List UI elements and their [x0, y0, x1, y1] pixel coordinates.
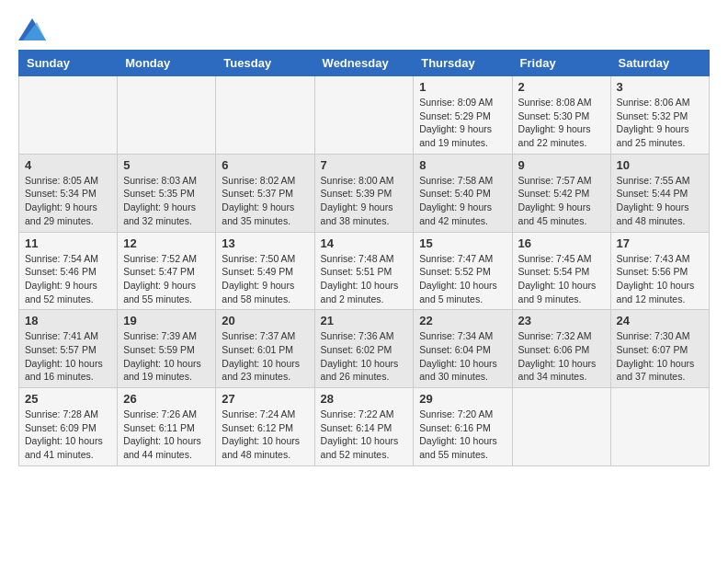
day-info: Sunrise: 8:09 AM Sunset: 5:29 PM Dayligh…: [419, 96, 506, 150]
day-number: 5: [123, 158, 210, 172]
day-cell: [512, 388, 610, 466]
day-number: 21: [321, 314, 408, 327]
day-cell: 23Sunrise: 7:32 AM Sunset: 6:06 PM Dayli…: [512, 310, 610, 388]
day-number: 15: [419, 236, 506, 250]
day-info: Sunrise: 7:36 AM Sunset: 6:02 PM Dayligh…: [321, 329, 408, 384]
week-row-2: 4Sunrise: 8:05 AM Sunset: 5:34 PM Daylig…: [19, 154, 710, 232]
day-cell: [314, 76, 414, 155]
day-cell: 27Sunrise: 7:24 AM Sunset: 6:12 PM Dayli…: [216, 388, 314, 466]
day-info: Sunrise: 8:00 AM Sunset: 5:39 PM Dayligh…: [321, 174, 408, 228]
day-number: 1: [419, 80, 506, 94]
day-cell: 12Sunrise: 7:52 AM Sunset: 5:47 PM Dayli…: [118, 232, 216, 310]
day-number: 12: [123, 236, 210, 250]
header-saturday: Saturday: [610, 51, 709, 76]
day-number: 11: [25, 236, 111, 250]
day-cell: 1Sunrise: 8:09 AM Sunset: 5:29 PM Daylig…: [414, 76, 512, 155]
day-info: Sunrise: 7:22 AM Sunset: 6:14 PM Dayligh…: [321, 408, 408, 462]
day-cell: 26Sunrise: 7:26 AM Sunset: 6:11 PM Dayli…: [118, 388, 216, 466]
header: [18, 18, 710, 40]
day-info: Sunrise: 7:50 AM Sunset: 5:49 PM Dayligh…: [222, 252, 308, 306]
day-number: 2: [518, 80, 605, 94]
day-number: 14: [321, 236, 408, 250]
day-number: 26: [123, 392, 210, 406]
day-info: Sunrise: 7:32 AM Sunset: 6:06 PM Dayligh…: [518, 329, 605, 384]
day-cell: [216, 76, 314, 155]
day-cell: 7Sunrise: 8:00 AM Sunset: 5:39 PM Daylig…: [314, 154, 414, 232]
day-number: 18: [25, 314, 111, 327]
day-cell: 6Sunrise: 8:02 AM Sunset: 5:37 PM Daylig…: [216, 154, 314, 232]
day-number: 23: [518, 314, 605, 327]
week-row-4: 18Sunrise: 7:41 AM Sunset: 5:57 PM Dayli…: [19, 310, 710, 388]
week-row-1: 1Sunrise: 8:09 AM Sunset: 5:29 PM Daylig…: [19, 76, 710, 155]
day-info: Sunrise: 7:43 AM Sunset: 5:56 PM Dayligh…: [617, 252, 703, 306]
header-sunday: Sunday: [19, 51, 118, 76]
day-info: Sunrise: 7:58 AM Sunset: 5:40 PM Dayligh…: [419, 174, 506, 228]
day-info: Sunrise: 7:48 AM Sunset: 5:51 PM Dayligh…: [321, 252, 408, 306]
header-friday: Friday: [512, 51, 610, 76]
day-cell: 10Sunrise: 7:55 AM Sunset: 5:44 PM Dayli…: [610, 154, 709, 232]
day-info: Sunrise: 8:03 AM Sunset: 5:35 PM Dayligh…: [123, 174, 210, 228]
day-info: Sunrise: 7:28 AM Sunset: 6:09 PM Dayligh…: [25, 408, 111, 462]
day-cell: [19, 76, 118, 155]
day-info: Sunrise: 7:26 AM Sunset: 6:11 PM Dayligh…: [123, 408, 210, 462]
day-number: 28: [321, 392, 408, 406]
day-cell: 11Sunrise: 7:54 AM Sunset: 5:46 PM Dayli…: [19, 232, 118, 310]
day-cell: 16Sunrise: 7:45 AM Sunset: 5:54 PM Dayli…: [512, 232, 610, 310]
header-thursday: Thursday: [414, 51, 512, 76]
day-cell: 9Sunrise: 7:57 AM Sunset: 5:42 PM Daylig…: [512, 154, 610, 232]
day-number: 4: [25, 158, 111, 172]
day-number: 19: [123, 314, 210, 327]
day-cell: 5Sunrise: 8:03 AM Sunset: 5:35 PM Daylig…: [118, 154, 216, 232]
day-info: Sunrise: 8:02 AM Sunset: 5:37 PM Dayligh…: [222, 174, 308, 228]
calendar-table: SundayMondayTuesdayWednesdayThursdayFrid…: [18, 50, 710, 466]
day-info: Sunrise: 7:39 AM Sunset: 5:59 PM Dayligh…: [123, 329, 210, 384]
day-number: 29: [419, 392, 506, 406]
day-info: Sunrise: 7:37 AM Sunset: 6:01 PM Dayligh…: [222, 329, 308, 384]
header-wednesday: Wednesday: [314, 51, 414, 76]
day-info: Sunrise: 7:57 AM Sunset: 5:42 PM Dayligh…: [518, 174, 605, 228]
day-number: 8: [419, 158, 506, 172]
day-info: Sunrise: 7:24 AM Sunset: 6:12 PM Dayligh…: [222, 408, 308, 462]
day-info: Sunrise: 7:54 AM Sunset: 5:46 PM Dayligh…: [25, 252, 111, 306]
week-row-3: 11Sunrise: 7:54 AM Sunset: 5:46 PM Dayli…: [19, 232, 710, 310]
day-cell: [610, 388, 709, 466]
header-monday: Monday: [118, 51, 216, 76]
day-cell: 29Sunrise: 7:20 AM Sunset: 6:16 PM Dayli…: [414, 388, 512, 466]
logo-icon: [18, 18, 46, 40]
day-number: 6: [222, 158, 308, 172]
day-cell: 14Sunrise: 7:48 AM Sunset: 5:51 PM Dayli…: [314, 232, 414, 310]
day-info: Sunrise: 7:30 AM Sunset: 6:07 PM Dayligh…: [617, 329, 703, 384]
day-cell: 18Sunrise: 7:41 AM Sunset: 5:57 PM Dayli…: [19, 310, 118, 388]
day-info: Sunrise: 8:06 AM Sunset: 5:32 PM Dayligh…: [617, 96, 703, 150]
day-cell: 3Sunrise: 8:06 AM Sunset: 5:32 PM Daylig…: [610, 76, 709, 155]
day-cell: 15Sunrise: 7:47 AM Sunset: 5:52 PM Dayli…: [414, 232, 512, 310]
day-number: 20: [222, 314, 308, 327]
day-info: Sunrise: 7:55 AM Sunset: 5:44 PM Dayligh…: [617, 174, 703, 228]
logo: [18, 18, 50, 40]
day-cell: 2Sunrise: 8:08 AM Sunset: 5:30 PM Daylig…: [512, 76, 610, 155]
day-cell: 28Sunrise: 7:22 AM Sunset: 6:14 PM Dayli…: [314, 388, 414, 466]
day-number: 16: [518, 236, 605, 250]
day-number: 17: [617, 236, 703, 250]
week-row-5: 25Sunrise: 7:28 AM Sunset: 6:09 PM Dayli…: [19, 388, 710, 466]
day-cell: 25Sunrise: 7:28 AM Sunset: 6:09 PM Dayli…: [19, 388, 118, 466]
day-number: 24: [617, 314, 703, 327]
day-cell: 19Sunrise: 7:39 AM Sunset: 5:59 PM Dayli…: [118, 310, 216, 388]
day-number: 7: [321, 158, 408, 172]
day-cell: [118, 76, 216, 155]
day-number: 22: [419, 314, 506, 327]
day-number: 25: [25, 392, 111, 406]
day-number: 13: [222, 236, 308, 250]
day-number: 9: [518, 158, 605, 172]
day-cell: 24Sunrise: 7:30 AM Sunset: 6:07 PM Dayli…: [610, 310, 709, 388]
day-cell: 20Sunrise: 7:37 AM Sunset: 6:01 PM Dayli…: [216, 310, 314, 388]
day-cell: 8Sunrise: 7:58 AM Sunset: 5:40 PM Daylig…: [414, 154, 512, 232]
day-info: Sunrise: 8:05 AM Sunset: 5:34 PM Dayligh…: [25, 174, 111, 228]
day-info: Sunrise: 7:34 AM Sunset: 6:04 PM Dayligh…: [419, 329, 506, 384]
day-cell: 21Sunrise: 7:36 AM Sunset: 6:02 PM Dayli…: [314, 310, 414, 388]
day-cell: 17Sunrise: 7:43 AM Sunset: 5:56 PM Dayli…: [610, 232, 709, 310]
day-number: 10: [617, 158, 703, 172]
day-number: 27: [222, 392, 308, 406]
day-info: Sunrise: 7:47 AM Sunset: 5:52 PM Dayligh…: [419, 252, 506, 306]
day-cell: 4Sunrise: 8:05 AM Sunset: 5:34 PM Daylig…: [19, 154, 118, 232]
